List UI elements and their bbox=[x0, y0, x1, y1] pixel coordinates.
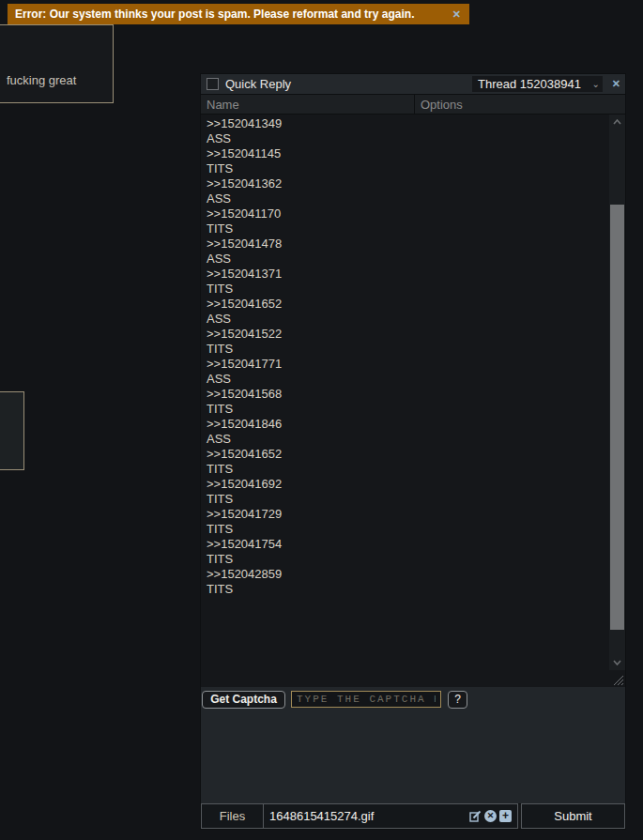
scroll-up-icon[interactable] bbox=[609, 115, 625, 129]
attached-file-cell: 1648615415274.gif ✕ + bbox=[263, 803, 518, 829]
thread-select-value: Thread 152038941 bbox=[478, 77, 589, 92]
chevron-down-icon: ⌄ bbox=[592, 77, 600, 92]
attached-filename: 1648615415274.gif bbox=[269, 809, 469, 823]
submit-button[interactable]: Submit bbox=[521, 803, 625, 829]
scrollbar-thumb[interactable] bbox=[610, 205, 624, 630]
add-file-icon[interactable]: + bbox=[499, 810, 512, 822]
captcha-input[interactable] bbox=[291, 691, 441, 708]
name-input[interactable] bbox=[201, 95, 414, 114]
comment-area: >>152041349 ASS >>152041145 TITS >>15204… bbox=[201, 114, 625, 687]
files-button[interactable]: Files bbox=[201, 803, 264, 829]
edit-file-icon[interactable] bbox=[469, 810, 482, 822]
get-captcha-button[interactable]: Get Captcha bbox=[202, 691, 285, 709]
quick-reply-close-icon[interactable]: ✕ bbox=[612, 76, 620, 92]
thread-select-dropdown[interactable]: Thread 152038941 ⌄ bbox=[472, 76, 603, 92]
options-input[interactable] bbox=[414, 95, 625, 114]
file-action-icons: ✕ + bbox=[469, 810, 512, 822]
captcha-help-button[interactable]: ? bbox=[448, 691, 467, 709]
comment-textarea[interactable]: >>152041349 ASS >>152041145 TITS >>15204… bbox=[201, 115, 608, 687]
quick-reply-titlebar[interactable]: Quick Reply Thread 152038941 ⌄ ✕ bbox=[201, 74, 625, 94]
resize-grip-icon[interactable] bbox=[609, 669, 625, 687]
quick-reply-checkbox[interactable] bbox=[207, 78, 219, 90]
captcha-row: Get Captcha ? bbox=[201, 689, 625, 710]
quick-reply-dialog: Quick Reply Thread 152038941 ⌄ ✕ >>15204… bbox=[200, 73, 626, 830]
post-preview-box: fucking great bbox=[0, 24, 114, 103]
scroll-down-icon[interactable] bbox=[609, 656, 625, 669]
file-row: Files 1648615415274.gif ✕ + Submit bbox=[201, 803, 625, 829]
error-close-icon[interactable]: ✕ bbox=[452, 4, 461, 24]
remove-file-icon[interactable]: ✕ bbox=[484, 810, 497, 822]
error-banner: Error: Our system thinks your post is sp… bbox=[8, 4, 469, 24]
comment-scrollbar[interactable] bbox=[609, 115, 625, 670]
fields-row bbox=[201, 94, 625, 114]
error-banner-text: Error: Our system thinks your post is sp… bbox=[15, 8, 414, 21]
quick-reply-title: Quick Reply bbox=[225, 74, 291, 94]
left-edge-box bbox=[0, 391, 24, 470]
post-preview-text: fucking great bbox=[7, 73, 76, 87]
